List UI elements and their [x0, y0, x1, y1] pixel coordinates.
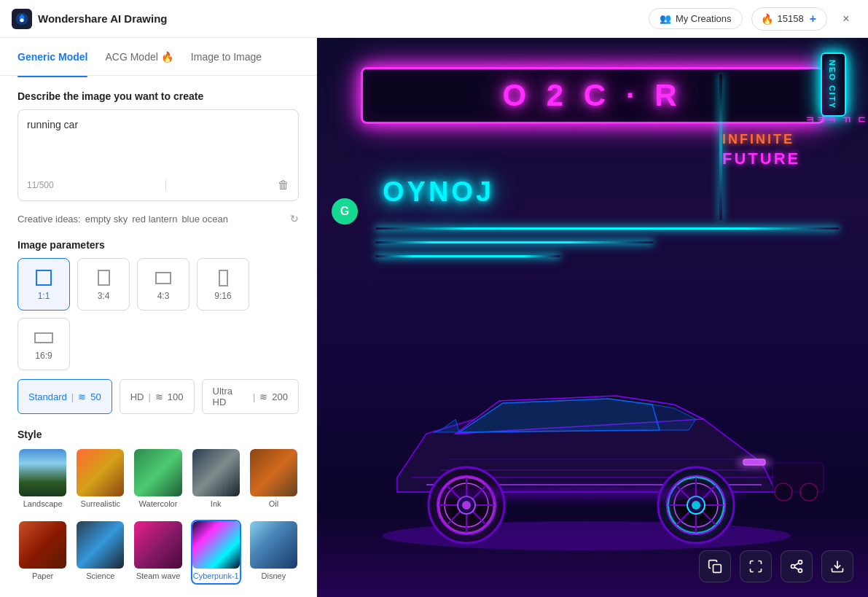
svg-point-29: [800, 483, 818, 501]
style-landscape-img: [19, 449, 66, 496]
copy-action-button[interactable]: [699, 550, 731, 582]
style-science-label: Science: [86, 571, 114, 583]
svg-point-1: [20, 18, 24, 22]
style-disney-label: Disney: [262, 571, 286, 583]
style-science-img: [77, 521, 124, 569]
ratio-4-3-label: 4:3: [157, 291, 170, 301]
quality-hd-button[interactable]: HD | ≋ 100: [120, 379, 195, 414]
quality-standard-label: Standard: [28, 391, 67, 402]
ratio-3-4-button[interactable]: 3:4: [77, 258, 130, 311]
ratio-9-16-button[interactable]: 9:16: [197, 258, 249, 311]
neon-line-1: [375, 227, 839, 230]
style-surrealistic[interactable]: Surrealistic: [75, 448, 125, 512]
prompt-section: Describe the image you want to create ru…: [17, 90, 299, 201]
quality-hd-icon: ≋: [155, 391, 163, 402]
style-disney[interactable]: Disney: [249, 520, 299, 585]
idea-tag-0[interactable]: empty sky: [85, 214, 128, 225]
titlebar-right: 👥 My Creations 🔥 15158 + ×: [649, 7, 856, 31]
style-watercolor-img: [134, 449, 181, 496]
tab-image-to-image[interactable]: Image to Image: [191, 48, 262, 66]
neon-line-2: [375, 241, 654, 243]
share-action-button[interactable]: [781, 550, 813, 582]
vertical-neon-line: [719, 74, 722, 220]
quality-ultrahd-value: 200: [272, 391, 288, 402]
titlebar: Wondershare AI Drawing 👥 My Creations 🔥 …: [0, 0, 868, 38]
tab-generic-model[interactable]: Generic Model: [17, 48, 87, 66]
tab-acg-model[interactable]: ACG Model 🔥: [105, 48, 173, 66]
prompt-textarea[interactable]: running car: [27, 119, 289, 170]
style-landscape[interactable]: Landscape: [17, 448, 68, 512]
ratio-1-1-label: 1:1: [38, 291, 50, 301]
ratio-9-16-icon: [213, 268, 233, 288]
style-paper[interactable]: Paper: [17, 520, 68, 585]
neon-lines: [375, 227, 839, 269]
my-creations-button[interactable]: 👥 My Creations: [649, 8, 743, 29]
style-paper-img: [19, 521, 66, 569]
add-points-button[interactable]: +: [808, 12, 818, 26]
points-icon: 🔥: [761, 13, 773, 25]
idea-tag-2[interactable]: blue ocean: [181, 214, 228, 225]
style-disney-img: [250, 521, 297, 569]
divider: [165, 180, 166, 190]
style-cyberpunk1-img: [192, 521, 240, 569]
ratio-16-9-button[interactable]: 16:9: [17, 318, 70, 370]
style-surrealistic-img: [77, 449, 124, 496]
grammarly-icon: G: [332, 198, 358, 225]
quality-standard-button[interactable]: Standard | ≋ 50: [17, 379, 112, 414]
quality-ultrahd-button[interactable]: Ultra HD | ≋ 200: [202, 379, 300, 414]
ratio-4-3-button[interactable]: 4:3: [137, 258, 189, 311]
refresh-ideas-button[interactable]: ↻: [290, 213, 299, 225]
quality-divider-1: |: [148, 391, 150, 402]
ratio-3-4-label: 3:4: [98, 291, 110, 301]
panel-content: Describe the image you want to create ru…: [0, 76, 316, 597]
style-ink[interactable]: Ink: [191, 448, 241, 512]
svg-rect-30: [713, 565, 722, 573]
image-actions: [699, 550, 853, 582]
close-button[interactable]: ×: [836, 9, 856, 29]
prompt-box: running car 11/500 🗑: [17, 109, 299, 201]
app-logo: [12, 9, 32, 29]
tabs-bar: Generic Model ACG Model 🔥 Image to Image: [0, 38, 316, 76]
ratio-1-1-icon: [34, 268, 54, 288]
points-value: 15158: [778, 13, 804, 24]
style-ink-img: [192, 449, 240, 496]
prompt-section-label: Describe the image you want to create: [17, 90, 299, 102]
expand-action-button[interactable]: [740, 550, 772, 582]
right-sign-2: INFINITE: [722, 130, 868, 149]
style-watercolor[interactable]: Watercolor: [133, 448, 183, 512]
idea-tag-1[interactable]: red lantern: [132, 214, 177, 225]
quality-buttons: Standard | ≋ 50 HD | ≋ 100 Ultra HD |: [17, 379, 299, 414]
neon-side-text: NEO CITY: [826, 60, 837, 109]
style-surrealistic-label: Surrealistic: [81, 499, 120, 511]
quality-ultrahd-icon: ≋: [259, 391, 267, 402]
style-science[interactable]: Science: [75, 520, 125, 585]
style-grid: Landscape Surrealistic Watercolor Ink: [17, 448, 299, 585]
style-oil[interactable]: Oil: [249, 448, 299, 512]
neon-sign-main-text: O 2 C · R: [378, 78, 808, 113]
style-section-label: Style: [17, 429, 299, 440]
quality-divider-2: |: [253, 391, 255, 402]
svg-line-35: [794, 563, 799, 565]
svg-point-33: [799, 569, 802, 572]
svg-point-26: [426, 488, 747, 499]
download-action-button[interactable]: [821, 550, 853, 582]
quality-hd-value: 100: [168, 391, 184, 402]
titlebar-left: Wondershare AI Drawing: [12, 9, 168, 29]
style-steamwave[interactable]: Steam wave: [133, 520, 183, 585]
svg-point-28: [775, 483, 792, 501]
style-section: Style Landscape Surrealistic Watercolor: [17, 429, 299, 585]
delete-prompt-button[interactable]: 🗑: [278, 179, 289, 192]
creative-ideas-label: Creative ideas:: [17, 214, 81, 225]
style-watercolor-label: Watercolor: [139, 499, 178, 511]
fire-icon: 🔥: [161, 51, 173, 63]
ratio-1-1-button[interactable]: 1:1: [17, 258, 70, 311]
ratio-4-3-icon: [153, 268, 173, 288]
style-cyberpunk1[interactable]: Cyberpunk-1: [191, 520, 241, 585]
my-creations-label: My Creations: [676, 13, 732, 24]
prompt-footer: 11/500 🗑: [27, 179, 289, 192]
ratio-16-9-icon: [34, 327, 54, 348]
my-creations-icon: 👥: [660, 13, 671, 24]
app-title: Wondershare AI Drawing: [38, 12, 168, 25]
style-paper-label: Paper: [32, 571, 53, 583]
params-section-label: Image parameters: [17, 239, 299, 251]
